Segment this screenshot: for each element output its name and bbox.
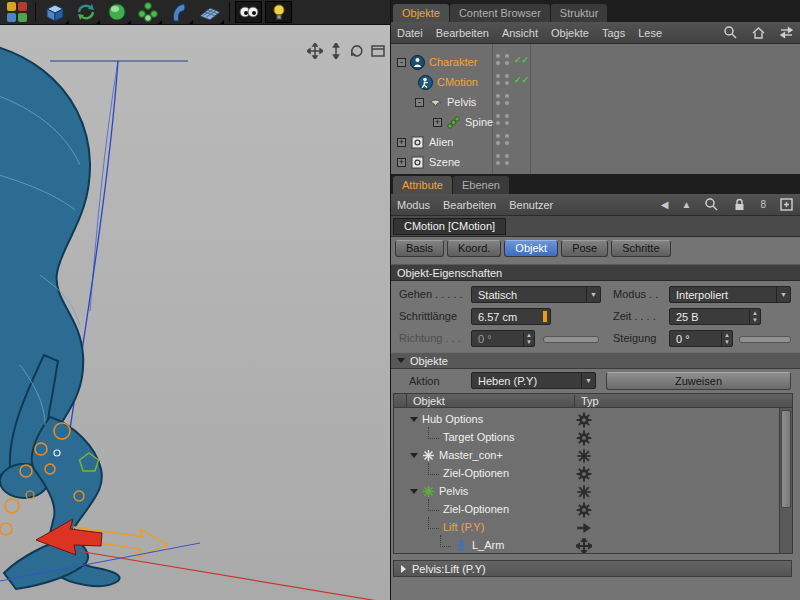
tree-row-szene[interactable]: + Szene [391,152,800,172]
lock-icon[interactable] [732,197,747,212]
gear-icon[interactable] [576,502,592,516]
menu-datei[interactable]: Datei [397,27,423,39]
tree-row-alien[interactable]: + Alien [391,132,800,152]
table-row[interactable]: Master_con+ [394,446,779,464]
column-typ[interactable]: Typ [575,395,792,407]
menu-objekte[interactable]: Objekte [551,27,589,39]
tab-struktur[interactable]: Struktur [551,4,608,22]
menu-bearbeiten2[interactable]: Bearbeiten [443,199,496,211]
table-row[interactable]: Pelvis [394,482,779,500]
new-panel-icon[interactable] [779,197,794,212]
table-row[interactable]: Ziel-Optionen [394,500,779,518]
gear-icon[interactable] [576,430,592,444]
dolly-icon[interactable] [328,43,344,59]
table-row[interactable]: L_Arm [394,536,779,554]
eyes-icon[interactable] [235,1,262,23]
history-arrows-icon[interactable] [779,25,794,40]
tree-row-charakter[interactable]: - Charakter ✓✓ [391,52,800,72]
tab-koord[interactable]: Koord. [447,240,501,257]
row-state-column [496,94,509,105]
undo-icon[interactable] [7,2,16,11]
gear-icon[interactable] [576,466,592,480]
steigung-field[interactable]: 0 ° ▲▼ [669,330,733,347]
rotate-tool-icon[interactable] [72,1,100,24]
sphere-icon[interactable] [103,1,131,24]
history-back-icon[interactable]: ◀ [661,197,669,212]
pelvis-lift-footer[interactable]: Pelvis:Lift (P.Y) [393,560,792,577]
aktion-dropdown[interactable]: Heben (P.Y) ▼ [471,372,596,389]
steigung-slider[interactable] [739,336,791,343]
collapse-box-icon[interactable]: - [397,58,406,67]
tool-a-icon[interactable] [7,13,16,22]
light-icon[interactable] [265,1,292,23]
maximize-view-icon[interactable] [370,43,386,59]
modus-dropdown[interactable]: Interpoliert ▼ [669,286,791,303]
menu-tags[interactable]: Tags [602,27,625,39]
tab-schritte[interactable]: Schritte [611,240,670,257]
section-objekte[interactable]: Objekte [391,352,800,369]
spinner-icon[interactable]: ▲▼ [721,332,732,346]
tree-row-cmotion[interactable]: CMotion ✓✓ [391,72,800,92]
tab-ebenen[interactable]: Ebenen [453,176,509,194]
star-icon[interactable] [576,448,592,462]
expand-box-icon[interactable]: + [397,158,406,167]
expand-box-icon[interactable]: + [433,118,442,127]
pelvis-icon [428,95,443,110]
redo-icon[interactable] [18,2,27,11]
expand-box-icon[interactable]: + [397,138,406,147]
tab-basis[interactable]: Basis [395,240,444,257]
array-icon[interactable] [134,1,162,24]
column-objekt[interactable]: Objekt [407,395,575,407]
tab-objekte[interactable]: Objekte [393,4,449,22]
menu-bearbeiten[interactable]: Bearbeiten [436,27,489,39]
tree-row-pelvis[interactable]: - Pelvis [391,92,800,112]
schrittlaenge-field[interactable]: 6.57 cm [471,308,551,325]
rotate-view-icon[interactable] [349,43,365,59]
cube-icon[interactable] [41,1,69,24]
expand-triangle-icon[interactable] [410,453,418,458]
table-row[interactable]: Ziel-Optionen [394,464,779,482]
spinner-icon[interactable]: ▲▼ [749,310,760,324]
plane-icon[interactable] [196,1,224,24]
spinner-icon[interactable]: ▲▼ [523,332,534,346]
menu-lese[interactable]: Lese [638,27,662,39]
search-icon[interactable] [704,197,719,212]
parent-up-icon[interactable]: ▲ [682,197,692,212]
search-icon[interactable] [723,25,738,40]
bend-icon[interactable] [165,1,193,24]
richtung-field[interactable]: 0 ° ▲▼ [471,330,535,347]
section-objekt-eigenschaften[interactable]: Objekt-Eigenschaften [391,264,800,281]
scrollbar-thumb[interactable] [781,410,791,508]
move-cross-icon[interactable] [576,538,592,552]
gear-icon[interactable] [576,412,592,426]
undo-redo-block-icon[interactable] [2,1,30,24]
table-row-selected[interactable]: Lift (P.Y) [394,518,779,536]
expand-triangle-icon[interactable] [410,417,418,422]
tool-b-icon[interactable] [18,13,27,22]
mini-slider-handle[interactable] [543,311,547,322]
star-icon[interactable] [576,484,592,498]
zuweisen-button[interactable]: Zuweisen [606,372,791,390]
tree-row-spine[interactable]: + Spine [391,112,800,132]
table-row[interactable]: Target Options [394,428,779,446]
richtung-slider[interactable] [543,336,599,343]
tab-content-browser[interactable]: Content Browser [450,4,550,22]
aktion-label: Aktion [409,375,440,387]
collapse-box-icon[interactable]: - [415,98,424,107]
table-row[interactable]: Hub Options [394,410,779,428]
menu-benutzer[interactable]: Benutzer [509,199,553,211]
menu-ansicht[interactable]: Ansicht [502,27,538,39]
arrow-right-icon[interactable] [576,520,592,534]
tab-pose[interactable]: Pose [561,240,608,257]
3d-viewport[interactable] [0,25,390,600]
pan-icon[interactable] [307,43,323,59]
zeit-field[interactable]: 25 B ▲▼ [669,308,761,325]
expand-triangle-icon[interactable] [410,489,418,494]
menu-modus[interactable]: Modus [397,199,430,211]
gehen-dropdown[interactable]: Statisch ▼ [471,286,601,303]
link-icon[interactable]: 8 [760,197,766,212]
home-icon[interactable] [751,25,766,40]
table-scrollbar[interactable] [779,408,792,553]
tab-attribute[interactable]: Attribute [393,176,452,194]
tab-objekt[interactable]: Objekt [504,240,558,257]
